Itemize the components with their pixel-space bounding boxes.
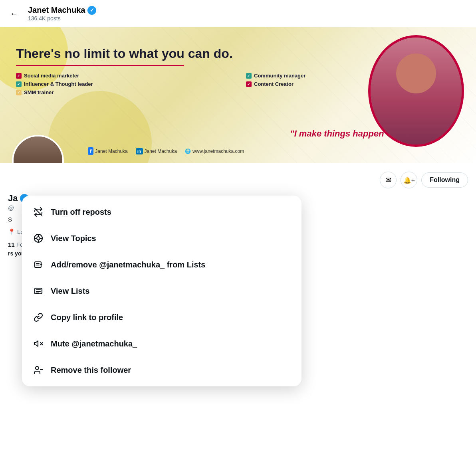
menu-item-label: Remove this follower <box>51 366 131 375</box>
link-copy-icon <box>33 312 44 323</box>
menu-item-view-lists[interactable]: View Lists <box>22 278 301 304</box>
list-item-label: Content Creator <box>254 81 294 87</box>
menu-item-label: Turn off reposts <box>51 208 111 217</box>
profile-avatar <box>12 135 64 163</box>
context-menu: Turn off reposts View Topics Ad <box>22 196 301 386</box>
notification-icon: 🔔+ <box>403 176 415 184</box>
remove-user-icon <box>33 365 44 375</box>
message-button[interactable]: ✉ <box>380 172 397 188</box>
back-icon: ← <box>10 9 18 18</box>
header-info: Janet Machuka ✓ 136.4K posts <box>28 6 96 22</box>
list-item: ✓ Social media marketer <box>16 73 230 79</box>
check-icon: ✓ <box>246 81 252 87</box>
bio-text-before: S <box>8 216 12 223</box>
list-icon <box>33 286 44 296</box>
menu-item-view-topics[interactable]: View Topics <box>22 225 301 251</box>
following-count: 11 <box>8 241 15 248</box>
following-button[interactable]: Following <box>421 172 468 188</box>
menu-item-remove-follower[interactable]: Remove this follower <box>22 357 301 383</box>
menu-item-add-remove-lists[interactable]: Add/remove @janetmachuka_ from Lists <box>22 251 301 278</box>
person-head <box>396 53 436 93</box>
menu-item-mute[interactable]: Mute @janetmachuka_ <box>22 330 301 357</box>
list-item-label: Community manager <box>254 73 305 79</box>
menu-item-turn-off-reposts[interactable]: Turn off reposts <box>22 199 301 225</box>
banner-photo-right <box>368 35 464 147</box>
list-item: ✓ Influencer & Thought leader <box>16 81 230 87</box>
globe-icon: 🌐 <box>185 148 191 154</box>
avatar-image <box>14 137 62 163</box>
verified-badge: ✓ <box>87 6 96 15</box>
banner-social: f Janet Machuka in Janet Machuka 🌐 www.j… <box>88 147 244 155</box>
profile-banner: There's no limit to what you can do. ✓ S… <box>0 27 476 163</box>
notification-button[interactable]: 🔔+ <box>401 172 417 188</box>
menu-item-label: Copy link to profile <box>51 313 123 322</box>
linkedin-icon: in <box>136 148 143 154</box>
menu-item-label: View Lists <box>51 287 89 296</box>
list-item-label: SMM trainer <box>24 89 54 95</box>
mute-icon <box>33 338 44 349</box>
header-username: Janet Machuka <box>28 6 85 15</box>
menu-item-copy-link[interactable]: Copy link to profile <box>22 304 301 330</box>
menu-item-label: Mute @janetmachuka_ <box>51 339 137 348</box>
check-icon: ✓ <box>246 73 252 79</box>
profile-header: ← Janet Machuka ✓ 136.4K posts <box>0 0 476 27</box>
social-linkedin: in Janet Machuka <box>136 147 177 155</box>
menu-item-label: Add/remove @janetmachuka_ from Lists <box>51 260 205 269</box>
svg-point-2 <box>37 237 40 240</box>
social-facebook: f Janet Machuka <box>88 147 128 155</box>
menu-item-label: View Topics <box>51 234 96 243</box>
check-icon: ✓ <box>16 73 22 79</box>
header-name-row: Janet Machuka ✓ <box>28 6 96 15</box>
profile-actions: ✉ 🔔+ Following <box>8 167 468 193</box>
check-icon: ✓ <box>16 90 22 95</box>
list-item: ✓ SMM trainer <box>16 89 230 95</box>
svg-marker-16 <box>34 341 38 346</box>
list-item-label: Influencer & Thought leader <box>24 81 93 87</box>
header-posts-count: 136.4K posts <box>28 15 96 22</box>
check-icon: ✓ <box>16 81 22 87</box>
list-add-icon <box>33 259 44 270</box>
profile-display-name: Ja <box>8 193 18 204</box>
location-icon: 📍 <box>8 228 16 235</box>
list-item-label: Social media marketer <box>24 73 79 79</box>
topics-icon <box>33 233 44 243</box>
social-website: 🌐 www.janetmachuka.com <box>185 147 244 155</box>
facebook-icon: f <box>88 147 93 155</box>
svg-point-19 <box>36 366 39 370</box>
back-button[interactable]: ← <box>6 6 22 21</box>
repost-icon <box>33 207 44 217</box>
person-silhouette <box>371 38 462 144</box>
message-icon: ✉ <box>385 176 391 184</box>
banner-divider <box>16 65 184 66</box>
location-item: 📍 Lo <box>8 228 24 235</box>
